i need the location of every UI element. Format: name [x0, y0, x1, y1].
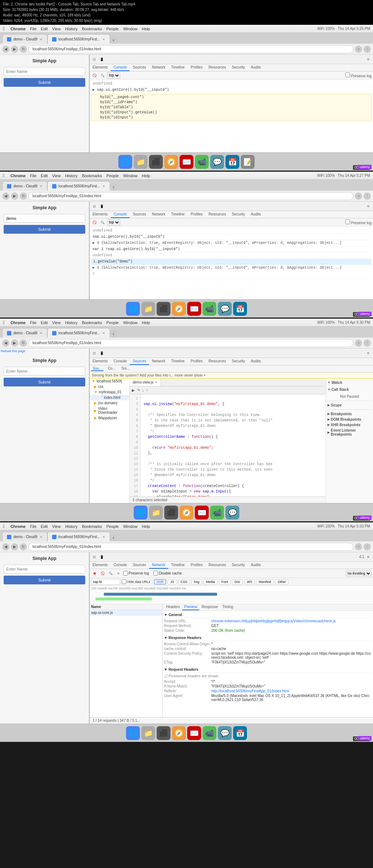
menu-edit-4[interactable]: Edit: [41, 524, 48, 529]
dock-safari-2[interactable]: 🧭: [172, 302, 186, 316]
menu-chrome-2[interactable]: Chrome: [11, 174, 26, 178]
dock-mail-3[interactable]: ✉️: [195, 506, 209, 519]
tab-cloud9-4[interactable]: demo - Cloud9 ✕: [2, 532, 47, 541]
menu-file-1[interactable]: File: [30, 27, 36, 31]
tab-elements-1[interactable]: Elements: [90, 64, 111, 71]
autocomplete-item-3[interactable]: byId("idTable"): [100, 105, 370, 110]
preserve-log-checkbox-1[interactable]: [345, 73, 350, 77]
tab-timeline-1[interactable]: Timeline: [168, 64, 188, 71]
breakpoints-expand-3[interactable]: Breakpoints: [327, 411, 372, 417]
tab-timeline-2[interactable]: Timeline: [168, 211, 188, 218]
tab-security-2[interactable]: Security: [229, 211, 248, 218]
menu-view-4[interactable]: View: [52, 524, 61, 529]
tab-console-1[interactable]: Console: [111, 64, 130, 71]
detail-tab-preview[interactable]: Preview: [182, 604, 200, 610]
autocomplete-item-1[interactable]: byId("__page0-cont"): [100, 95, 370, 100]
filter-other-btn[interactable]: Other: [275, 579, 288, 584]
tab-cloud9-1[interactable]: demo - Cloud9 ✕: [2, 34, 47, 44]
dock-safari-1[interactable]: 🧭: [164, 155, 178, 169]
tab-close-1[interactable]: ✕: [40, 38, 43, 41]
general-section-header[interactable]: ▼ General: [164, 612, 372, 618]
tab-audits-3[interactable]: Audits: [248, 358, 264, 365]
reload-btn-3[interactable]: ↻: [20, 339, 27, 347]
debug-resume-btn[interactable]: ▶: [131, 388, 136, 392]
src-panel-tab-sou[interactable]: Sou...: [91, 366, 103, 371]
src-panel-tab-co[interactable]: Co...: [106, 366, 117, 371]
devtools-mobile-btn-3[interactable]: 📱: [98, 350, 105, 357]
dock-skype-4[interactable]: 💬: [218, 726, 232, 740]
menu-edit-1[interactable]: Edit: [41, 27, 48, 31]
reload-page-btn-3[interactable]: Reload this page: [1, 349, 25, 353]
address-bar-2[interactable]: localhost:56506/myFirstApp_01/index.html: [28, 192, 353, 200]
menu-people-4[interactable]: People: [106, 524, 119, 529]
tab-network-4[interactable]: Network: [149, 562, 168, 569]
tab-resources-3[interactable]: Resources: [206, 358, 229, 365]
preserve-log-checkbox-4[interactable]: [123, 571, 128, 576]
console-context-select-1[interactable]: top: [107, 72, 120, 79]
reload-btn-1[interactable]: ↻: [20, 46, 27, 53]
filter-manifest-btn[interactable]: Manifest: [256, 579, 274, 584]
devtools-close-btn-3[interactable]: ✕: [365, 350, 372, 357]
network-filter-toggle-btn[interactable]: 🔍: [107, 570, 114, 577]
menu-view-2[interactable]: View: [52, 174, 61, 178]
menu-bookmarks-3[interactable]: Bookmarks: [82, 320, 102, 325]
tree-item-css[interactable]: ▶ css: [90, 384, 129, 389]
menu-chrome-3[interactable]: Chrome: [11, 320, 26, 325]
devtools-mobile-btn-2[interactable]: 📱: [98, 203, 105, 210]
bookmark-btn-2[interactable]: ☆: [355, 192, 362, 200]
devtools-close-btn-2[interactable]: ✕: [365, 203, 372, 210]
tab-localhost-2[interactable]: localhost:56506/myFirst... ✕: [47, 181, 110, 191]
menu-view-3[interactable]: View: [52, 320, 61, 325]
tab-sources-2[interactable]: Sources: [130, 211, 149, 218]
console-filter-btn-1[interactable]: 🔍: [99, 72, 106, 79]
src-panel-tab-sni[interactable]: Sni...: [120, 366, 131, 371]
filter-ws-btn[interactable]: WS: [244, 579, 255, 584]
devtools-inspect-btn-1[interactable]: ⊡: [91, 56, 98, 63]
filter-js-btn[interactable]: JS: [168, 579, 177, 584]
tab-close-2[interactable]: ✕: [102, 38, 105, 41]
back-btn-2[interactable]: ◀: [2, 192, 9, 200]
throttle-select[interactable]: No throttling: [346, 571, 372, 576]
dock-safari-3[interactable]: 🧭: [180, 506, 193, 519]
network-row-1[interactable]: sap-ui-core.js: [90, 610, 162, 616]
devtools-close-btn-1[interactable]: ✕: [365, 56, 372, 63]
network-record-btn[interactable]: ⏺: [91, 570, 98, 577]
dock-finder-3[interactable]: 📁: [149, 506, 163, 519]
dock-facetime-1[interactable]: 📹: [195, 155, 209, 169]
dom-breakpoints-expand-3[interactable]: DOM Breakpoints: [327, 417, 372, 422]
filter-img-btn[interactable]: Img: [191, 579, 202, 584]
app-submit-btn-2[interactable]: Submit: [4, 225, 85, 234]
dock-terminal-1[interactable]: ⬛: [149, 155, 163, 169]
menu-history-4[interactable]: History: [65, 524, 78, 529]
dock-facetime-4[interactable]: 📹: [203, 726, 216, 740]
tab-profiles-3[interactable]: Profiles: [188, 358, 205, 365]
tab-elements-4[interactable]: Elements: [90, 562, 111, 569]
callstack-expand-3[interactable]: Call Stack: [327, 387, 372, 392]
autocomplete-item-4[interactable]: byId("idInput").getValue(): [100, 110, 370, 115]
reload-btn-2[interactable]: ↻: [20, 192, 27, 200]
response-headers-header[interactable]: ▼ Response Headers: [164, 635, 372, 641]
settings-btn-2[interactable]: ⋮: [364, 192, 371, 200]
tab-network-2[interactable]: Network: [149, 211, 168, 218]
devtools-mobile-btn-4[interactable]: 📱: [98, 554, 105, 560]
autocomplete-item-2[interactable]: byId("__idFrame"): [100, 100, 370, 105]
tab-profiles-1[interactable]: Profiles: [188, 64, 205, 71]
dock-skype-2[interactable]: 💬: [218, 302, 232, 316]
dock-calendar-1[interactable]: 📅: [225, 155, 239, 169]
dock-chrome-4[interactable]: 🌐: [126, 726, 140, 740]
tab-console-3[interactable]: Console: [111, 358, 130, 365]
menu-help-3[interactable]: Help: [142, 320, 150, 325]
tab-audits-4[interactable]: Audits: [248, 562, 264, 569]
back-btn-4[interactable]: ◀: [2, 543, 9, 550]
tab-close-4[interactable]: ✕: [102, 184, 105, 188]
app-submit-btn-1[interactable]: Submit: [4, 78, 85, 87]
code-content-3[interactable]: sap.ui.jsview("myfirstapp_01.demo", { /*…: [141, 394, 326, 497]
console-clear-btn-2[interactable]: 🚫: [91, 219, 98, 226]
filter-media-btn[interactable]: Media: [203, 579, 217, 584]
source-file-close-3[interactable]: ✕: [155, 381, 158, 384]
dock-chrome-1[interactable]: 🌐: [118, 155, 132, 169]
menu-view-1[interactable]: View: [52, 27, 61, 31]
forward-btn-2[interactable]: ▶: [11, 192, 18, 200]
dock-calendar-2[interactable]: 📅: [233, 302, 247, 316]
tab-timeline-4[interactable]: Timeline: [168, 562, 188, 569]
